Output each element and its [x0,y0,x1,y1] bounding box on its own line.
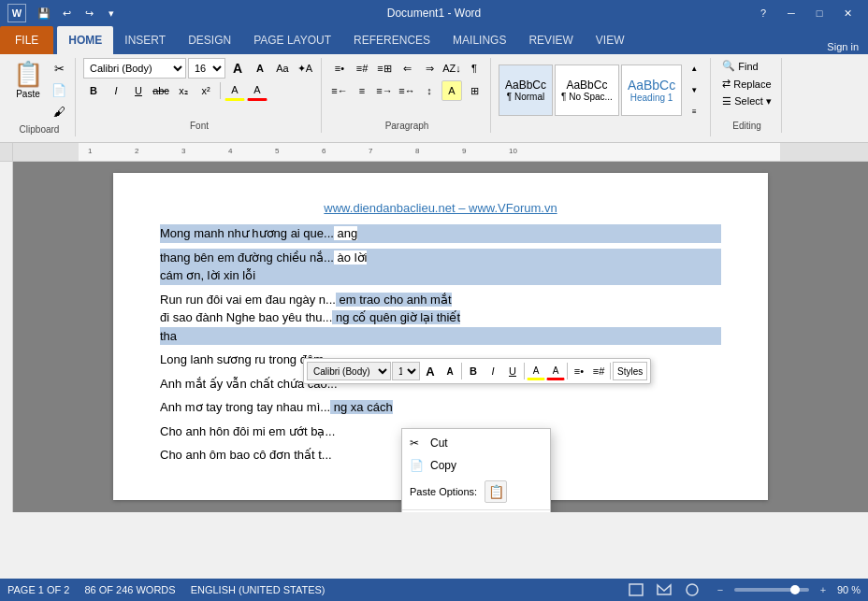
tab-page-layout[interactable]: PAGE LAYOUT [242,26,342,54]
quick-access-dropdown[interactable]: ▾ [101,4,122,22]
format-painter-button[interactable]: 🖌 [49,101,69,122]
borders-button[interactable]: ⊞ [464,80,485,101]
styles-group-content: AaBbCc ¶ Normal AaBbCc ¶ No Spac... AaBb… [499,58,704,135]
style-normal[interactable]: AaBbCc ¶ Normal [499,64,553,116]
maximize-button[interactable]: □ [806,4,832,22]
para-2-text-b: em trao cho anh mắt [336,293,452,307]
tab-insert[interactable]: INSERT [113,26,177,54]
para-1b-text: thang bên em đường chiều nắ... [160,250,334,265]
close-button[interactable]: ✕ [834,4,861,22]
print-layout-button[interactable] [626,580,646,599]
tab-design[interactable]: DESIGN [177,26,242,54]
mini-bullets-button[interactable]: ≡• [570,362,588,380]
underline-button[interactable]: U [128,80,149,101]
justify-button[interactable]: ≡↔ [397,80,417,101]
font-color-button[interactable]: A [247,80,268,101]
grow-font-button[interactable]: A [227,58,248,79]
mini-numbering-button[interactable]: ≡# [589,362,608,380]
italic-button[interactable]: I [106,80,126,101]
line-spacing-button[interactable]: ↕ [419,80,440,101]
tab-review[interactable]: REVIEW [517,26,584,54]
select-button[interactable]: ☰ Select ▾ [718,93,775,109]
font-family-select[interactable]: Calibri (Body) [83,58,186,79]
shading-button[interactable]: A [441,80,462,101]
select-label: Select ▾ [734,95,772,107]
align-left-button[interactable]: ≡← [329,80,350,101]
read-mode-icon [657,583,672,596]
strikethrough-button[interactable]: abc [151,80,171,101]
clear-format-button[interactable]: ✦A [295,58,315,79]
cm-paste-icon-1[interactable]: 📋 [485,480,507,503]
minimize-button[interactable]: ─ [778,4,804,22]
mini-shrink-button[interactable]: A [441,362,459,380]
zoom-level: 90 % [837,584,861,595]
page-info: PAGE 1 OF 2 [7,584,69,595]
sign-in-button[interactable]: Sign in [821,39,864,54]
read-mode-button[interactable] [654,580,674,599]
web-layout-button[interactable] [682,580,702,599]
paste-button[interactable]: 📋 Paste [9,58,47,122]
clipboard-group: 📋 Paste ✂ 📄 🖌 Clipboard [4,58,76,136]
text-highlight-button[interactable]: A [224,80,245,101]
status-right: − + 90 % [626,580,861,599]
mini-size-select[interactable]: 16 [392,362,420,380]
tab-home[interactable]: HOME [57,26,113,54]
superscript-button[interactable]: x² [195,80,216,101]
show-formatting-button[interactable]: ¶ [464,58,485,79]
style-heading1[interactable]: AaBbCc Heading 1 [621,64,682,116]
zoom-in-button[interactable]: + [813,580,833,599]
mini-highlight-button[interactable]: A [527,362,545,380]
window-title: Document1 - Word [387,7,481,20]
copy-button[interactable]: 📄 [49,79,69,100]
mini-bold-button[interactable]: B [464,362,483,380]
tab-file[interactable]: FILE [0,26,53,54]
align-right-button[interactable]: ≡→ [374,80,395,101]
styles-scroll-up[interactable]: ▲ [684,58,704,79]
mini-separator-1 [461,363,462,379]
increase-indent-button[interactable]: ⇒ [419,58,440,79]
numbering-button[interactable]: ≡# [352,58,372,79]
replace-button[interactable]: ⇄ Replace [718,76,774,92]
para-1c-text: cám ơn, lời xin lỗi [160,268,255,282]
styles-more[interactable]: ≡ [684,101,704,122]
bold-button[interactable]: B [83,80,104,101]
mini-styles-button[interactable]: Styles [613,362,647,380]
font-group: Calibri (Body) 16 A A Aa ✦A B I U abc x₂… [78,58,322,133]
subscript-button[interactable]: x₂ [173,80,194,101]
find-label: Find [738,61,758,72]
heading1-preview: AaBbCc [628,78,675,93]
mini-fontcolor-button[interactable]: A [546,362,565,380]
font-size-select[interactable]: 16 [188,58,225,79]
align-center-button[interactable]: ≡ [352,80,372,101]
font-row-2: B I U abc x₂ x² A A [83,80,268,101]
styles-scroll-down[interactable]: ▼ [684,79,704,100]
mini-italic-button[interactable]: I [484,362,502,380]
tab-view[interactable]: VIEW [585,26,636,54]
change-case-button[interactable]: Aa [272,58,293,79]
redo-button[interactable]: ↪ [79,4,99,22]
undo-button[interactable]: ↩ [56,4,77,22]
sort-button[interactable]: AZ↓ [441,58,462,79]
style-no-space[interactable]: AaBbCc ¶ No Spac... [555,64,619,116]
mini-grow-button[interactable]: A [421,362,440,380]
tab-references[interactable]: REFERENCES [342,26,441,54]
mini-underline-button[interactable]: U [503,362,522,380]
document-content[interactable]: www.diendanbaclieu.net – www.VForum.vn M… [13,162,868,512]
help-button[interactable]: ? [750,4,776,22]
styles-area: AaBbCc ¶ Normal AaBbCc ¶ No Spac... AaBb… [499,58,704,122]
zoom-slider[interactable] [734,588,809,592]
bullets-button[interactable]: ≡• [329,58,350,79]
save-button[interactable]: 💾 [34,4,54,22]
cut-button[interactable]: ✂ [49,58,69,79]
zoom-out-button[interactable]: − [710,580,731,599]
shrink-font-button[interactable]: A [250,58,270,79]
tab-mailings[interactable]: MAILINGS [441,26,517,54]
mini-font-select[interactable]: Calibri (Body) [307,362,391,380]
decrease-indent-button[interactable]: ⇐ [397,58,417,79]
cm-cut[interactable]: ✂ Cut [402,432,550,454]
cm-copy[interactable]: 📄 Copy [402,454,550,477]
multilevel-button[interactable]: ≡⊞ [374,58,395,79]
find-icon: 🔍 [722,60,735,72]
title-bar: W 💾 ↩ ↪ ▾ Document1 - Word ? ─ □ ✕ [0,0,868,26]
find-button[interactable]: 🔍 Find [718,58,761,74]
